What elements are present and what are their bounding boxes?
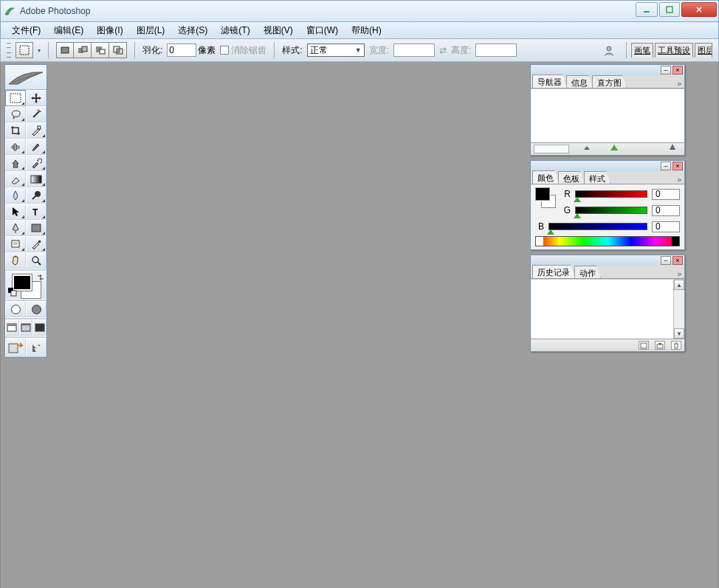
color-fg-bg-swatches[interactable] — [535, 187, 557, 212]
screen-full-button[interactable] — [32, 319, 47, 336]
slice-tool[interactable] — [26, 122, 47, 139]
selection-subtract-button[interactable] — [92, 42, 109, 58]
zoom-input[interactable] — [534, 145, 569, 153]
menu-view[interactable]: 视图(V) — [257, 23, 300, 38]
standard-mode-button[interactable] — [5, 301, 26, 317]
separator — [134, 42, 135, 58]
menu-filter[interactable]: 滤镜(T) — [214, 23, 256, 38]
scroll-down-icon[interactable]: ▼ — [674, 328, 684, 339]
menu-layer[interactable]: 图层(L) — [130, 23, 172, 38]
palette-well-icon[interactable] — [601, 43, 617, 58]
menu-window[interactable]: 窗口(W) — [300, 23, 345, 38]
lasso-tool[interactable] — [5, 106, 26, 122]
grip-icon[interactable] — [7, 43, 11, 58]
panel-minimize-button[interactable]: – — [661, 256, 671, 265]
window-close-button[interactable] — [681, 2, 717, 17]
svg-text:T: T — [32, 207, 38, 218]
tool-presets-tab[interactable]: 工具预设 — [655, 43, 693, 58]
color-swatches[interactable] — [5, 271, 47, 299]
navigator-preview[interactable] — [531, 89, 684, 143]
zoom-thumb[interactable] — [610, 145, 618, 151]
hand-tool[interactable] — [5, 252, 26, 269]
history-brush-tool[interactable] — [26, 155, 47, 171]
zoom-tool[interactable] — [26, 252, 47, 269]
toolbox-header[interactable] — [5, 65, 47, 90]
jump-to-imageready-button[interactable] — [5, 338, 26, 357]
color-tab[interactable]: 颜色 — [532, 170, 559, 184]
crop-tool[interactable] — [5, 122, 26, 139]
g-slider[interactable] — [575, 207, 647, 214]
move-tool[interactable] — [26, 90, 47, 106]
window-maximize-button[interactable] — [659, 2, 680, 17]
panel-close-button[interactable]: × — [672, 256, 683, 265]
style-select[interactable]: 正常 — [307, 44, 365, 57]
marquee-tool[interactable] — [5, 90, 26, 106]
menu-file[interactable]: 文件(F) — [5, 23, 47, 38]
jump-golive-button[interactable] — [26, 338, 47, 357]
brushes-tab[interactable]: 画笔 — [631, 43, 653, 58]
color-spectrum[interactable] — [535, 236, 680, 246]
b-slider[interactable] — [548, 223, 647, 230]
magic-wand-tool[interactable] — [26, 106, 47, 122]
scroll-up-icon[interactable]: ▲ — [674, 280, 684, 290]
current-tool-chip[interactable] — [16, 42, 33, 58]
actions-tab[interactable]: 动作 — [574, 266, 601, 278]
eyedropper-tool[interactable] — [26, 236, 47, 252]
panel-minimize-button[interactable]: – — [661, 66, 671, 75]
menu-select[interactable]: 选择(S) — [171, 23, 214, 38]
swap-colors-icon[interactable] — [36, 273, 45, 282]
selection-add-button[interactable] — [74, 42, 92, 58]
history-list[interactable]: ▲ ▼ — [531, 279, 684, 339]
path-selection-tool[interactable] — [5, 204, 26, 220]
swatches-tab[interactable]: 色板 — [558, 171, 585, 184]
svg-rect-32 — [11, 291, 16, 296]
panel-menu-button[interactable]: » — [674, 176, 684, 184]
g-value[interactable]: 0 — [652, 205, 680, 216]
panel-menu-button[interactable]: » — [674, 270, 684, 278]
clone-stamp-tool[interactable] — [5, 155, 26, 171]
panel-close-button[interactable]: × — [672, 162, 683, 170]
delete-state-icon[interactable] — [671, 341, 681, 350]
eraser-tool[interactable] — [5, 171, 26, 187]
menu-edit[interactable]: 编辑(E) — [47, 23, 90, 38]
quickmask-mode-button[interactable] — [26, 301, 47, 317]
default-colors-icon[interactable] — [8, 288, 17, 297]
histogram-tab[interactable]: 直方图 — [592, 75, 627, 88]
zoom-out-icon[interactable] — [584, 146, 590, 150]
dodge-tool[interactable] — [26, 187, 47, 204]
b-value[interactable]: 0 — [652, 221, 680, 232]
new-doc-from-state-icon[interactable] — [639, 341, 649, 350]
window-minimize-button[interactable] — [636, 2, 658, 17]
new-snapshot-icon[interactable] — [655, 341, 665, 350]
blur-tool[interactable] — [5, 187, 26, 204]
notes-tool[interactable] — [5, 236, 26, 252]
r-value[interactable]: 0 — [652, 189, 680, 200]
gradient-tool[interactable] — [26, 171, 47, 187]
color-fg-swatch[interactable] — [535, 187, 550, 201]
selection-intersect-button[interactable] — [109, 42, 127, 58]
menu-help[interactable]: 帮助(H) — [345, 23, 388, 38]
menu-image[interactable]: 图像(I) — [90, 23, 129, 38]
selection-new-button[interactable] — [56, 42, 74, 58]
layer-comps-tab[interactable]: 图层复合 — [695, 43, 712, 58]
panel-menu-button[interactable]: » — [674, 80, 684, 88]
info-tab[interactable]: 信息 — [566, 75, 593, 88]
zoom-slider[interactable] — [575, 147, 681, 151]
svg-rect-5 — [82, 46, 87, 52]
shape-tool[interactable] — [26, 220, 47, 236]
type-tool[interactable]: T — [26, 204, 47, 220]
panel-minimize-button[interactable]: – — [661, 162, 671, 170]
history-tab[interactable]: 历史记录 — [532, 265, 575, 278]
r-slider[interactable] — [575, 190, 647, 198]
scrollbar[interactable]: ▲ ▼ — [673, 280, 684, 339]
healing-brush-tool[interactable] — [5, 139, 26, 155]
pen-tool[interactable] — [5, 220, 26, 236]
screen-standard-button[interactable] — [5, 319, 19, 336]
panel-close-button[interactable]: × — [672, 66, 683, 75]
brush-tool[interactable] — [26, 139, 47, 155]
navigator-tab[interactable]: 导航器 — [532, 75, 567, 88]
styles-tab[interactable]: 样式 — [584, 171, 610, 184]
screen-fullmenu-button[interactable] — [19, 319, 33, 336]
feather-input[interactable] — [167, 44, 196, 57]
zoom-in-icon[interactable] — [670, 144, 675, 150]
